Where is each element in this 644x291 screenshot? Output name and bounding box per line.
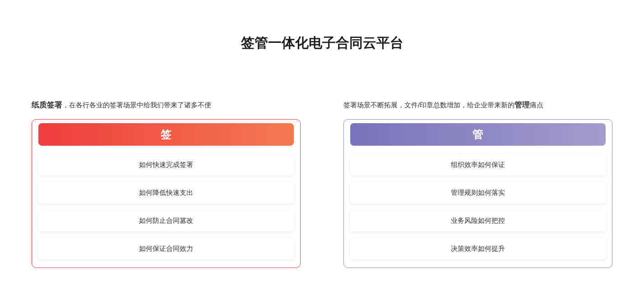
list-item: 如何保证合同效力 — [38, 238, 294, 259]
left-column: 纸质签署，在各行各业的签署场景中给我们带来了诸多不便 签 如何快速完成签署 如何… — [32, 100, 301, 268]
right-intro-bold: 管理 — [514, 101, 530, 109]
right-intro-post: 痛点 — [530, 101, 543, 109]
left-card-box: 签 如何快速完成签署 如何降低快速支出 如何防止合同篡改 如何保证合同效力 — [32, 119, 301, 268]
list-item: 组织效率如何保证 — [350, 154, 606, 176]
right-column: 签署场景不断拓展，文件/印章总数增加，给企业带来新的管理痛点 管 组织效率如何保… — [343, 100, 612, 268]
list-item: 如何快速完成签署 — [38, 154, 294, 176]
list-item: 业务风险如何把控 — [350, 210, 606, 231]
list-item: 管理规则如何落实 — [350, 182, 606, 203]
right-intro: 签署场景不断拓展，文件/印章总数增加，给企业带来新的管理痛点 — [343, 100, 612, 110]
right-card-box: 管 组织效率如何保证 管理规则如何落实 业务风险如何把控 决策效率如何提升 — [343, 119, 612, 268]
left-intro-rest: ，在各行各业的签署场景中给我们带来了诸多不便 — [62, 101, 211, 109]
list-item: 如何防止合同篡改 — [38, 210, 294, 231]
left-card-header: 签 — [38, 123, 294, 146]
cards-wrapper: 纸质签署，在各行各业的签署场景中给我们带来了诸多不便 签 如何快速完成签署 如何… — [0, 100, 644, 268]
list-item: 决策效率如何提升 — [350, 238, 606, 259]
right-intro-pre: 签署场景不断拓展，文件/印章总数增加，给企业带来新的 — [343, 101, 514, 109]
page-title: 签管一体化电子合同云平台 — [0, 0, 644, 100]
list-item: 如何降低快速支出 — [38, 182, 294, 203]
left-intro-bold: 纸质签署 — [32, 101, 62, 109]
right-card-header: 管 — [350, 123, 606, 146]
left-intro: 纸质签署，在各行各业的签署场景中给我们带来了诸多不便 — [32, 100, 301, 110]
